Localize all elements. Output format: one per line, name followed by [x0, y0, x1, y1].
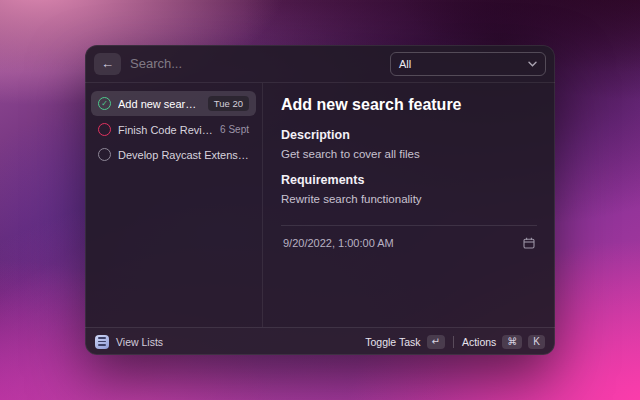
task-detail-panel: Add new search feature Description Get s…: [263, 83, 555, 327]
list-item-develop-raycast-extension[interactable]: Develop Raycast Extension: [91, 143, 256, 166]
check-glyph: ✓: [101, 100, 108, 108]
main-content: ✓ Add new search feature Tue 20 Finish C…: [85, 83, 555, 327]
footer-divider: [453, 336, 454, 348]
filter-dropdown[interactable]: All: [390, 52, 546, 76]
section-body-description: Get search to cover all files: [281, 148, 537, 160]
task-date-badge: Tue 20: [208, 96, 249, 111]
filter-dropdown-value: All: [399, 58, 411, 70]
task-title: Develop Raycast Extension: [118, 149, 249, 161]
due-date-field[interactable]: 9/20/2022, 1:00:00 AM: [281, 225, 537, 259]
due-date-value: 9/20/2022, 1:00:00 AM: [283, 237, 394, 249]
footer-actions: Toggle Task ↵ Actions ⌘ K: [365, 335, 545, 349]
section-heading-requirements: Requirements: [281, 173, 537, 187]
task-date: 6 Sept: [220, 124, 249, 135]
cmd-key-badge: ⌘: [502, 335, 522, 349]
calendar-icon[interactable]: [523, 237, 535, 249]
enter-key-badge: ↵: [427, 335, 445, 349]
task-open-icon[interactable]: [98, 148, 111, 161]
k-key-badge: K: [528, 335, 545, 349]
list-item-add-new-search-feature[interactable]: ✓ Add new search feature Tue 20: [91, 91, 256, 116]
footer-context-label: View Lists: [116, 336, 163, 348]
chevron-down-icon: [528, 61, 537, 67]
view-lists-icon: [95, 335, 109, 349]
action-bar: View Lists Toggle Task ↵ Actions ⌘ K: [85, 327, 555, 355]
task-open-red-icon[interactable]: [98, 123, 111, 136]
section-heading-description: Description: [281, 128, 537, 142]
search-input[interactable]: [130, 56, 381, 71]
list-item-finish-code-reviews[interactable]: Finish Code Reviews 6 Sept: [91, 118, 256, 141]
actions-button[interactable]: Actions: [462, 336, 496, 348]
task-title: Finish Code Reviews: [118, 124, 213, 136]
toggle-task-button[interactable]: Toggle Task: [365, 336, 420, 348]
section-body-requirements: Rewrite search functionality: [281, 193, 537, 205]
back-button[interactable]: ←: [94, 53, 121, 75]
search-header: ← All: [85, 45, 555, 83]
raycast-window: ← All ✓ Add new search feature Tue 20 Fi…: [85, 45, 555, 355]
back-arrow-icon: ←: [101, 56, 114, 71]
task-done-icon[interactable]: ✓: [98, 97, 111, 110]
task-list: ✓ Add new search feature Tue 20 Finish C…: [85, 83, 263, 327]
task-title: Add new search feature: [118, 98, 201, 110]
detail-title: Add new search feature: [281, 96, 537, 114]
